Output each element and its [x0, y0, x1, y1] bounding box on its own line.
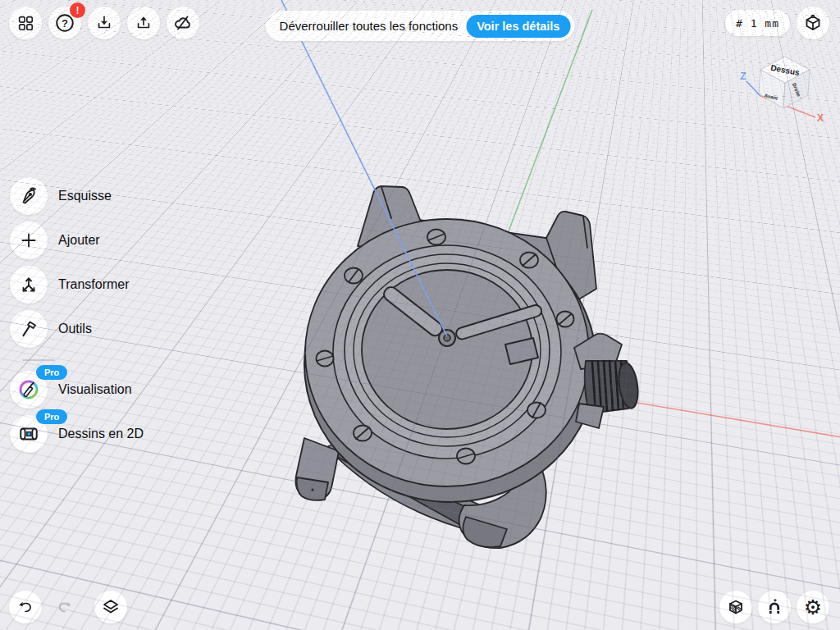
export-button[interactable] — [127, 7, 160, 39]
pro-badge: Pro — [36, 365, 67, 380]
sidebar-item-esquisse[interactable]: Esquisse — [10, 177, 144, 215]
apps-grid-icon — [16, 14, 34, 32]
watch-model[interactable] — [295, 186, 640, 548]
move-arrows-icon — [19, 275, 39, 294]
view-options-button[interactable] — [797, 7, 829, 39]
z-axis-label: Z — [740, 71, 746, 82]
bottombar-right: ⚙ — [719, 591, 829, 623]
pencil-icon — [19, 186, 39, 206]
x-axis-label: X — [817, 112, 824, 124]
blueprint-icon — [18, 423, 39, 445]
sidebar-item-label: Esquisse — [58, 189, 112, 203]
paintbrush-icon — [17, 378, 40, 401]
sidebar-item-outils[interactable]: Outils — [10, 310, 144, 348]
sidebar-item-label: Outils — [58, 322, 92, 336]
topbar-right: # 1 mm — [725, 7, 829, 39]
unlock-banner: Déverrouiller toutes les fonctions Voir … — [266, 11, 575, 41]
plus-icon — [19, 231, 39, 250]
units-label: # 1 mm — [736, 17, 779, 30]
topbar-left: ? ! — [9, 7, 199, 39]
redo-icon — [56, 598, 74, 616]
view-cube[interactable]: Z X Dessus Avant Droite — [736, 45, 834, 131]
sidebar-item-ajouter[interactable]: Ajouter — [10, 221, 144, 259]
orientation-cube-icon — [803, 13, 823, 33]
magnet-icon — [765, 597, 784, 617]
pro-badge: Pro — [36, 409, 67, 424]
items-layers-button[interactable] — [94, 591, 127, 623]
sidebar-item-visualisation[interactable]: Pro Visualisation — [10, 371, 144, 409]
sidebar-divider — [22, 359, 55, 361]
gear-icon: ⚙ — [804, 597, 822, 618]
hammer-icon — [19, 319, 39, 339]
unlock-banner-text: Déverrouiller toutes les fonctions — [280, 19, 459, 33]
import-icon — [95, 14, 113, 32]
shaded-cube-icon — [726, 597, 746, 617]
sidebar-item-label: Transformer — [58, 277, 130, 292]
help-badge: ! — [70, 2, 85, 18]
sidebar-item-dessins-2d[interactable]: Pro Dessins en 2D — [10, 415, 144, 453]
import-button[interactable] — [88, 7, 121, 39]
sidebar-item-label: Ajouter — [58, 233, 100, 248]
shaded-view-button[interactable] — [719, 591, 752, 623]
sidebar-item-label: Visualisation — [58, 382, 132, 397]
undo-button[interactable] — [9, 591, 42, 623]
units-button[interactable]: # 1 mm — [725, 10, 790, 36]
export-icon — [135, 14, 153, 32]
snap-magnet-button[interactable] — [758, 591, 791, 623]
undo-icon — [16, 598, 34, 616]
sidebar-item-transformer[interactable]: Transformer — [10, 266, 144, 304]
view-details-button[interactable]: Voir les détails — [466, 15, 570, 38]
gizmo-z-axis — [746, 81, 760, 96]
layers-icon — [101, 597, 121, 617]
help-button[interactable]: ? ! — [48, 7, 81, 39]
redo-button[interactable] — [48, 591, 81, 623]
svg-text:?: ? — [62, 17, 68, 30]
bottombar-left — [9, 591, 127, 623]
cloud-offline-icon — [173, 13, 193, 33]
cloud-offline-button[interactable] — [167, 7, 199, 39]
settings-button[interactable]: ⚙ — [797, 591, 829, 623]
apps-grid-button[interactable] — [9, 7, 42, 39]
sidebar: Esquisse Ajouter Transformer Outils — [10, 177, 144, 459]
sidebar-item-label: Dessins en 2D — [58, 427, 144, 441]
